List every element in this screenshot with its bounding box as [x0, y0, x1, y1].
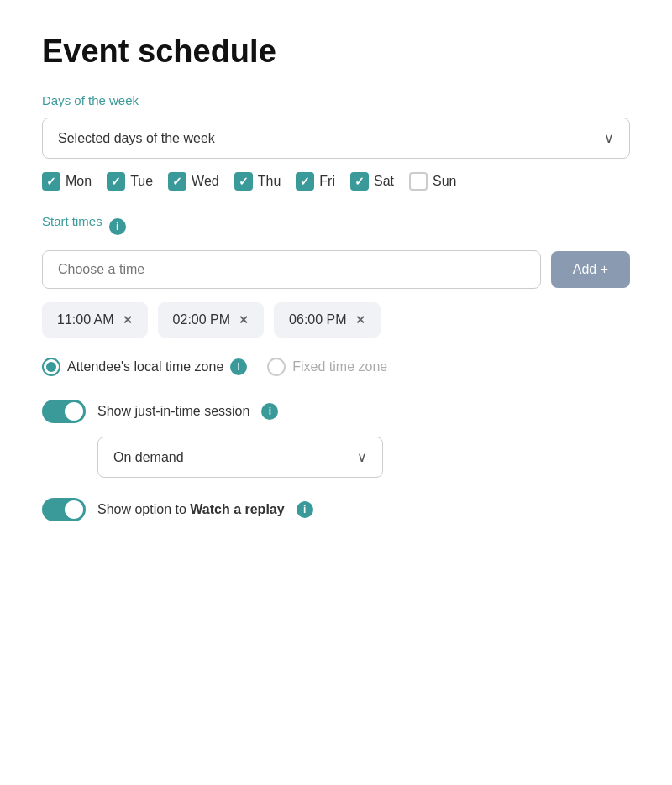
day-checkbox-mon[interactable]	[42, 172, 60, 191]
timezone-fixed-label: Fixed time zone	[292, 359, 387, 374]
start-times-section: Start times i Add + 11:00 AM ✕ 02:00 PM …	[42, 214, 630, 338]
jit-toggle-row: Show just-in-time session i	[42, 400, 630, 423]
timezone-local-option[interactable]: Attendee's local time zone i	[42, 358, 247, 376]
day-label-thu: Thu	[258, 174, 281, 189]
timezone-row: Attendee's local time zone i Fixed time …	[42, 358, 630, 376]
day-item-wed[interactable]: Wed	[168, 172, 219, 191]
day-label-mon: Mon	[66, 174, 92, 189]
day-label-fri: Fri	[319, 174, 335, 189]
day-item-sun[interactable]: Sun	[409, 172, 456, 191]
time-input-field[interactable]	[42, 250, 541, 289]
on-demand-value: On demand	[113, 450, 184, 465]
days-section-label: Days of the week	[42, 93, 630, 107]
time-tag-remove-1[interactable]: ✕	[239, 313, 249, 327]
day-item-mon[interactable]: Mon	[42, 172, 92, 191]
days-checkboxes-row: Mon Tue Wed Thu Fri Sat Sun	[42, 172, 630, 191]
replay-toggle-row: Show option to Watch a replay i	[42, 498, 630, 521]
time-tag-1: 02:00 PM ✕	[158, 302, 264, 338]
day-label-tue: Tue	[130, 174, 153, 189]
day-item-thu[interactable]: Thu	[234, 172, 281, 191]
timezone-fixed-radio[interactable]	[267, 358, 286, 376]
days-section: Days of the week Selected days of the we…	[42, 93, 630, 191]
day-checkbox-tue[interactable]	[107, 172, 125, 191]
jit-toggle-label: Show just-in-time session	[97, 404, 249, 419]
time-tag-0: 11:00 AM ✕	[42, 302, 148, 338]
start-times-header: Start times i	[42, 214, 630, 238]
day-checkbox-thu[interactable]	[234, 172, 253, 191]
days-dropdown-chevron-icon: ∨	[604, 130, 614, 146]
day-label-wed: Wed	[192, 174, 219, 189]
time-tag-value-0: 11:00 AM	[57, 312, 114, 327]
time-tag-remove-0[interactable]: ✕	[123, 313, 133, 327]
start-times-info-icon[interactable]: i	[109, 218, 126, 235]
add-time-button[interactable]: Add +	[551, 251, 630, 288]
time-tag-value-2: 06:00 PM	[289, 312, 346, 327]
days-dropdown[interactable]: Selected days of the week ∨	[42, 118, 630, 159]
time-tag-remove-2[interactable]: ✕	[355, 313, 365, 327]
timezone-local-label: Attendee's local time zone	[67, 359, 223, 374]
time-tag-value-1: 02:00 PM	[173, 312, 230, 327]
replay-info-icon[interactable]: i	[297, 501, 313, 518]
day-item-fri[interactable]: Fri	[296, 172, 335, 191]
on-demand-dropdown[interactable]: On demand ∨	[97, 437, 383, 478]
timezone-info-icon[interactable]: i	[230, 358, 247, 375]
time-tag-2: 06:00 PM ✕	[274, 302, 380, 338]
time-input-row: Add +	[42, 250, 630, 289]
timezone-local-radio[interactable]	[42, 358, 60, 376]
start-times-label: Start times	[42, 214, 102, 228]
day-item-tue[interactable]: Tue	[107, 172, 153, 191]
day-checkbox-sun[interactable]	[409, 172, 428, 191]
page-title: Event schedule	[42, 34, 630, 70]
day-checkbox-wed[interactable]	[168, 172, 186, 191]
replay-toggle[interactable]	[42, 498, 86, 521]
day-label-sun: Sun	[433, 174, 456, 189]
jit-toggle[interactable]	[42, 400, 86, 423]
day-item-sat[interactable]: Sat	[350, 172, 394, 191]
day-label-sat: Sat	[374, 174, 394, 189]
timezone-fixed-option[interactable]: Fixed time zone	[267, 358, 387, 376]
days-dropdown-value: Selected days of the week	[58, 131, 215, 146]
on-demand-chevron-icon: ∨	[357, 449, 367, 465]
day-checkbox-fri[interactable]	[296, 172, 314, 191]
jit-info-icon[interactable]: i	[261, 403, 278, 420]
replay-toggle-label: Show option to Watch a replay	[97, 502, 285, 517]
time-tags-row: 11:00 AM ✕ 02:00 PM ✕ 06:00 PM ✕	[42, 302, 630, 338]
day-checkbox-sat[interactable]	[350, 172, 369, 191]
